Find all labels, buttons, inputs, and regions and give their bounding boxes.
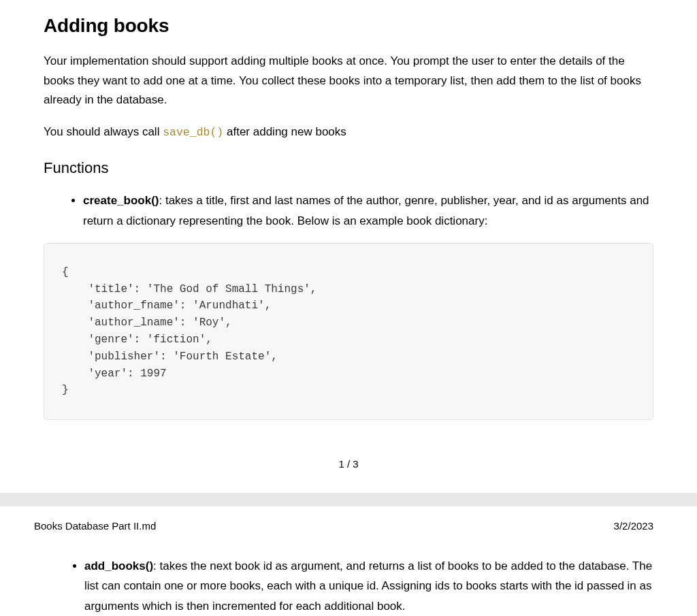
page-1-content: Adding books Your implementation should …: [0, 15, 697, 493]
functions-subheading: Functions: [44, 159, 653, 177]
functions-list-page2: add_books(): takes the next book id as a…: [34, 556, 653, 616]
save-db-paragraph: You should always call save_db() after a…: [44, 123, 653, 142]
page-2-header: Books Database Part II.md 3/2/2023: [34, 506, 653, 556]
section-heading-adding-books: Adding books: [44, 15, 653, 37]
save-db-prefix: You should always call: [44, 125, 163, 138]
page-number-1: 1 / 3: [44, 447, 653, 481]
func-name-add-books: add_books(): [84, 560, 153, 572]
functions-list-page1: create_book(): takes a title, first and …: [44, 191, 653, 230]
save-db-suffix: after adding new books: [223, 125, 346, 138]
intro-paragraph: Your implementation should support addin…: [44, 52, 653, 110]
doc-date: 3/2/2023: [614, 520, 653, 532]
code-block-book-dict: { 'title': 'The God of Small Things', 'a…: [44, 243, 653, 420]
inline-code-save-db: save_db(): [163, 126, 223, 139]
page-divider: [0, 493, 697, 506]
func-desc-create-book: : takes a title, first and last names of…: [83, 194, 649, 227]
list-item-create-book: create_book(): takes a title, first and …: [83, 191, 653, 230]
list-item-add-books: add_books(): takes the next book id as a…: [84, 556, 653, 616]
page-2-content: Books Database Part II.md 3/2/2023 add_b…: [0, 506, 697, 616]
func-name-create-book: create_book(): [83, 194, 159, 207]
func-desc-add-books: : takes the next book id as argument, an…: [84, 560, 652, 612]
doc-title: Books Database Part II.md: [34, 520, 156, 532]
